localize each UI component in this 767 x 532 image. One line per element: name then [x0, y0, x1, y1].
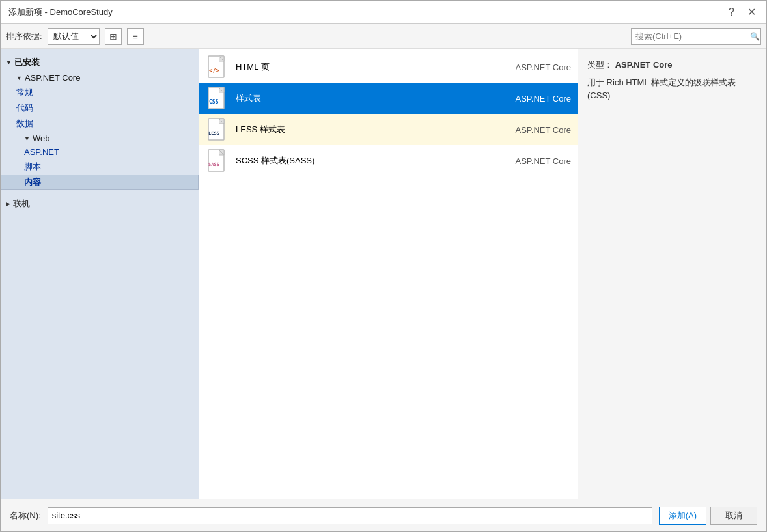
list-item-css[interactable]: CSS 样式表 ASP.NET Core	[199, 83, 578, 114]
info-panel: 类型： ASP.NET Core 用于 Rich HTML 样式定义的级联样式表…	[578, 49, 766, 499]
sidebar-item-general[interactable]: 常规	[1, 85, 199, 100]
bottom-bar: 名称(N): 添加(A) 取消	[1, 499, 766, 531]
sidebar-online-header[interactable]: ▶ 联机	[1, 195, 199, 212]
installed-label: 已安装	[14, 57, 40, 68]
title-bar-controls: ? ✕	[726, 6, 759, 18]
less-icon: LESS	[206, 118, 229, 141]
less-item-name: LESS 样式表	[236, 124, 493, 135]
sidebar: ▼ 已安装 ▼ ASP.NET Core 常规 代码 数据 ▼ Web	[1, 49, 199, 499]
svg-text:</>: </>	[209, 67, 220, 74]
toolbar: 排序依据: 默认值 ⊞ ≡ 🔍	[1, 24, 766, 49]
sidebar-item-code[interactable]: 代码	[1, 100, 199, 116]
online-expand-icon: ▶	[6, 201, 10, 207]
help-button[interactable]: ?	[726, 7, 737, 18]
search-icon[interactable]: 🔍	[749, 29, 760, 44]
html-item-name: HTML 页	[236, 61, 493, 73]
search-input[interactable]	[632, 29, 749, 44]
list-item-html[interactable]: </> HTML 页 ASP.NET Core	[199, 51, 578, 83]
dialog: 添加新项 - DemoCoreStudy ? ✕ 排序依据: 默认值 ⊞ ≡ 🔍…	[0, 0, 767, 532]
name-label: 名称(N):	[10, 510, 41, 522]
info-type-label: 类型： ASP.NET Core	[587, 59, 757, 71]
grid-view-button[interactable]: ⊞	[105, 28, 122, 45]
list-view-button[interactable]: ≡	[127, 28, 144, 45]
add-button[interactable]: 添加(A)	[659, 507, 706, 525]
html-item-tag: ASP.NET Core	[493, 63, 571, 72]
sidebar-item-content[interactable]: 内容	[1, 175, 199, 190]
sidebar-item-data[interactable]: 数据	[1, 116, 199, 132]
svg-text:CSS: CSS	[209, 99, 219, 105]
sidebar-item-scripts[interactable]: 脚本	[1, 159, 199, 175]
name-input[interactable]	[48, 507, 652, 524]
action-buttons: 添加(A) 取消	[659, 507, 757, 525]
info-description: 用于 Rich HTML 样式定义的级联样式表(CSS)	[587, 76, 757, 102]
installed-collapse-icon: ▼	[6, 59, 12, 66]
online-label: 联机	[13, 198, 30, 210]
content-panel: </> HTML 页 ASP.NET Core CSS 样式表 ASP	[199, 49, 578, 499]
list-item-scss[interactable]: SASS SCSS 样式表(SASS) ASP.NET Core	[199, 145, 578, 176]
list-item-less[interactable]: LESS LESS 样式表 ASP.NET Core	[199, 114, 578, 145]
sort-select[interactable]: 默认值	[48, 28, 100, 45]
aspnetcore-label: ASP.NET Core	[25, 73, 81, 83]
title-bar: 添加新项 - DemoCoreStudy ? ✕	[1, 1, 766, 24]
sidebar-installed-header[interactable]: ▼ 已安装	[1, 54, 199, 71]
sidebar-web-header[interactable]: ▼ Web	[1, 132, 199, 145]
aspnetcore-collapse-icon: ▼	[16, 75, 22, 81]
svg-text:LESS: LESS	[208, 131, 219, 136]
css-item-tag: ASP.NET Core	[493, 94, 571, 104]
info-type-value: ASP.NET Core	[615, 60, 673, 70]
close-button[interactable]: ✕	[745, 6, 759, 18]
svg-text:SASS: SASS	[208, 162, 219, 167]
css-item-name: 样式表	[236, 92, 493, 104]
search-box: 🔍	[631, 28, 761, 45]
web-collapse-icon: ▼	[24, 135, 30, 142]
dialog-title: 添加新项 - DemoCoreStudy	[8, 7, 113, 18]
web-label: Web	[33, 133, 50, 143]
sort-label: 排序依据:	[6, 31, 42, 42]
html-icon: </>	[206, 55, 229, 79]
less-item-tag: ASP.NET Core	[493, 125, 571, 135]
cancel-button[interactable]: 取消	[710, 507, 757, 525]
main-area: ▼ 已安装 ▼ ASP.NET Core 常规 代码 数据 ▼ Web	[1, 49, 766, 499]
sidebar-item-aspnet[interactable]: ASP.NET	[1, 145, 199, 159]
scss-item-tag: ASP.NET Core	[493, 156, 571, 166]
sidebar-aspnetcore-header[interactable]: ▼ ASP.NET Core	[1, 71, 199, 85]
css-icon: CSS	[206, 87, 229, 110]
scss-item-name: SCSS 样式表(SASS)	[236, 155, 493, 167]
scss-icon: SASS	[206, 149, 229, 173]
